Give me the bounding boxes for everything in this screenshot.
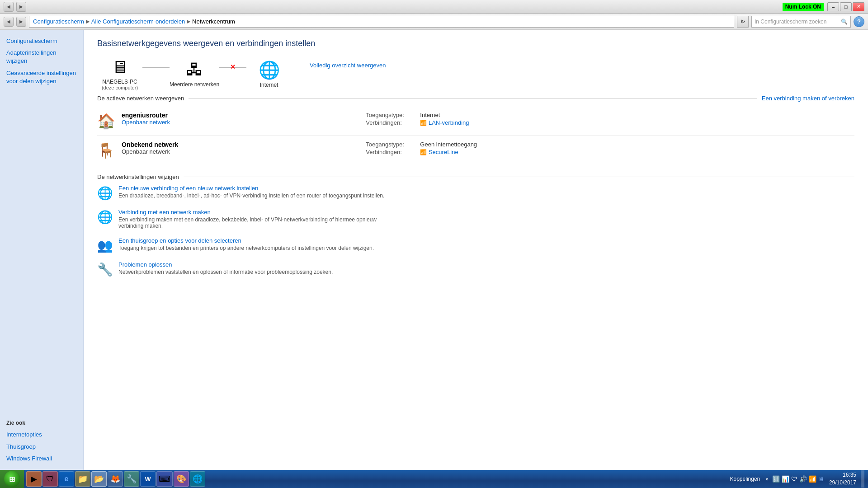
maximize-button[interactable]: □ (840, 2, 852, 11)
search-icon: 🔍 (841, 19, 848, 25)
address-back-button[interactable]: ◀ (4, 17, 14, 27)
connect-network-link[interactable]: Verbinding met een netwerk maken (118, 209, 211, 216)
new-connection-icon: 🌐 (97, 186, 113, 201)
taskbar-word[interactable]: W (140, 471, 156, 487)
taskbar-keyboard[interactable]: ⌨ (156, 471, 173, 487)
taskbar-icon-numbers: 🔢 (772, 475, 780, 483)
num-lock-badge: Num Lock ON (783, 3, 824, 11)
page-title: Basisnetwerkgegevens weergeven en verbin… (97, 39, 854, 48)
change-settings-header: De netwerkinstellingen wijzigen (97, 174, 854, 180)
minimize-button[interactable]: – (827, 2, 839, 11)
secureline-link[interactable]: SecureLine (429, 149, 458, 155)
network2-name: Onbekend netwerk (122, 141, 366, 148)
new-connection-link[interactable]: Een nieuwe verbinding of een nieuw netwe… (118, 185, 258, 192)
troubleshoot-link[interactable]: Problemen oplossen (118, 261, 172, 268)
volledig-overzicht-link[interactable]: Volledig overzicht weergeven (310, 57, 386, 69)
sidebar-item-internetopties[interactable]: Internetopties (0, 429, 83, 441)
connector-line-1 (142, 67, 170, 68)
sidebar-item-adapterinstellingen[interactable]: Adapterinstellingen wijzigen (0, 47, 83, 67)
taskbar-ie[interactable]: e (59, 471, 74, 487)
lan-verbinding-link[interactable]: LAN-verbinding (429, 119, 469, 126)
network-diagram-row: 🖥 NAEGELS-PC (deze computer) 🖧 Meerdere … (97, 57, 854, 90)
network1-verbindingen-label: Verbindingen: (366, 119, 420, 126)
main-layout: Configuratiescherm Adapterinstellingen w… (0, 30, 868, 470)
sidebar-item-windows-firewall[interactable]: Windows Firewall (0, 453, 83, 465)
verbinding-maken-link[interactable]: Een verbinding maken of verbreken (762, 95, 854, 102)
taskbar-icon-sound[interactable]: 🔊 (799, 475, 807, 483)
sidebar: Configuratiescherm Adapterinstellingen w… (0, 30, 84, 470)
search-placeholder: In Configuratiescherm zoeken (755, 19, 839, 25)
troubleshoot-icon: 🔧 (97, 262, 113, 277)
network1-type-link[interactable]: Openbaar netwerk (122, 119, 170, 126)
see-also-label: Zie ook (0, 411, 83, 429)
internet-icon: 🌐 (259, 60, 280, 80)
forward-button[interactable]: ▶ (16, 2, 26, 12)
homegroup-desc: Toegang krijgen tot bestanden en printer… (118, 245, 374, 251)
taskbar-clock[interactable]: 16:35 29/10/2017 (826, 471, 859, 487)
taskbar-icon-monitor: 🖥 (818, 475, 825, 483)
change-item-homegroup: 👥 Een thuisgroep en opties voor delen se… (97, 237, 854, 253)
pc-sublabel: (deze computer) (102, 85, 138, 90)
address-refresh-button[interactable]: ↻ (737, 16, 749, 28)
koppelingen-arrow[interactable]: » (764, 476, 770, 482)
taskbar-icon-shield: 🛡 (791, 475, 797, 483)
connect-network-desc: Een verbinding maken met een draadloze, … (118, 216, 390, 229)
change-item-troubleshoot: 🔧 Problemen oplossen Netwerkproblemen va… (97, 261, 854, 277)
address-bar: ◀ ▶ Configuratiescherm ▶ Alle Configurat… (0, 14, 868, 30)
network2-type: Openbaar netwerk (122, 148, 170, 155)
network2-details: Toegangstype: Geen internettoegang Verbi… (366, 141, 854, 155)
taskbar-tools[interactable]: 🔧 (124, 471, 139, 487)
breadcrumb[interactable]: Configuratiescherm ▶ Alle Configuratiesc… (29, 16, 734, 28)
koppelingen-label: Koppelingen (728, 476, 762, 482)
homegroup-link[interactable]: Een thuisgroep en opties voor delen sele… (118, 237, 241, 244)
taskbar-paint[interactable]: 🎨 (174, 471, 189, 487)
pc-label: NAEGELS-PC (102, 79, 138, 85)
title-bar-left: ◀ ▶ (4, 2, 26, 12)
windows-logo: ⊞ (9, 475, 15, 483)
taskbar-icon-network[interactable]: 📶 (809, 475, 816, 483)
taskbar-folder[interactable]: 📁 (75, 471, 90, 487)
network2-verbindingen-label: Verbindingen: (366, 149, 420, 155)
sidebar-item-geavanceerde[interactable]: Geavanceerde instellingen voor delen wij… (0, 67, 83, 87)
title-bar-controls: – □ ✕ (827, 2, 864, 11)
taskbar: ⊞ ▶ 🛡 e 📁 📂 🦊 🔧 W ⌨ 🎨 🌐 Koppelingen » 🔢 … (0, 470, 868, 488)
back-button[interactable]: ◀ (4, 2, 14, 12)
address-forward-button[interactable]: ▶ (16, 17, 26, 27)
networks-label: Meerdere netwerken (170, 81, 219, 88)
network2-icon: 🪑 (97, 142, 115, 159)
network1-icon: 🏠 (97, 113, 115, 130)
taskbar-icon-chart: 📊 (782, 475, 789, 483)
new-connection-desc: Een draadloze, breedband-, inbel-, ad-ho… (118, 192, 384, 199)
taskbar-media-player[interactable]: ▶ (26, 471, 42, 487)
start-button[interactable]: ⊞ (0, 470, 24, 488)
sidebar-item-configuratiescherm[interactable]: Configuratiescherm (0, 35, 83, 47)
close-button[interactable]: ✕ (853, 2, 864, 11)
search-box[interactable]: In Configuratiescherm zoeken 🔍 (751, 16, 851, 28)
change-item-new-connection: 🌐 Een nieuwe verbinding of een nieuw net… (97, 185, 854, 201)
breadcrumb-sep1: ▶ (86, 19, 90, 24)
taskbar-firefox[interactable]: 🦊 (108, 471, 123, 487)
wifi-icon-1: 📶 (420, 120, 427, 126)
breadcrumb-part1[interactable]: Configuratiescherm (33, 18, 84, 25)
computer-icon: 🖥 (111, 57, 128, 77)
network2-info: Onbekend netwerk Openbaar netwerk (122, 141, 366, 155)
diagram-node-pc: 🖥 NAEGELS-PC (deze computer) (97, 57, 142, 90)
help-button[interactable]: ? (854, 16, 864, 27)
show-desktop-button[interactable] (861, 470, 864, 488)
troubleshoot-desc: Netwerkproblemen vaststellen en oplossen… (118, 269, 333, 275)
section-divider-2 (184, 177, 854, 177)
section-divider-1 (189, 98, 757, 99)
sidebar-item-thuisgroep[interactable]: Thuisgroep (0, 441, 83, 453)
breadcrumb-part2[interactable]: Alle Configuratiescherm-onderdelen (91, 18, 185, 25)
taskbar-network[interactable]: 🌐 (190, 471, 205, 487)
taskbar-apps: ▶ 🛡 e 📁 📂 🦊 🔧 W ⌨ 🎨 🌐 (24, 471, 725, 487)
taskbar-ccleaner[interactable]: 🛡 (42, 471, 58, 487)
network1-info: engeniusrouter Openbaar netwerk (122, 112, 366, 126)
network1-verbindingen-value: 📶 LAN-verbinding (420, 119, 854, 126)
breadcrumb-sep2: ▶ (187, 19, 190, 24)
connect-network-icon: 🌐 (97, 210, 113, 225)
network-item-1: 🏠 engeniusrouter Openbaar netwerk Toegan… (97, 106, 854, 136)
taskbar-explorer[interactable]: 📂 (91, 471, 107, 487)
diagram-node-networks: 🖧 Meerdere netwerken (170, 60, 219, 88)
network-item-2: 🪑 Onbekend netwerk Openbaar netwerk Toeg… (97, 136, 854, 164)
